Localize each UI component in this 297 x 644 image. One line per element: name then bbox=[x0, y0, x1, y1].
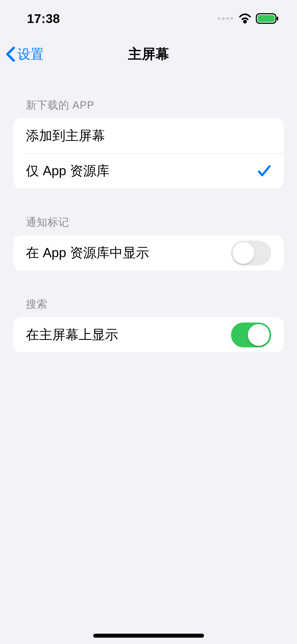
svg-rect-2 bbox=[277, 17, 278, 20]
home-indicator[interactable] bbox=[93, 634, 204, 638]
toggle-knob bbox=[233, 242, 254, 264]
row-label: 在主屏幕上显示 bbox=[26, 326, 118, 344]
group-search: 在主屏幕上显示 bbox=[13, 317, 284, 352]
chevron-left-icon bbox=[5, 46, 15, 62]
back-button[interactable]: 设置 bbox=[5, 45, 44, 63]
toggle-knob bbox=[248, 324, 270, 346]
group-new-apps: 添加到主屏幕 仅 App 资源库 bbox=[13, 118, 284, 188]
wifi-icon bbox=[238, 13, 252, 24]
option-add-to-home[interactable]: 添加到主屏幕 bbox=[13, 118, 284, 153]
status-bar: 17:38 bbox=[0, 0, 297, 37]
section-header-new-apps: 新下载的 APP bbox=[13, 98, 284, 118]
section-header-search: 搜索 bbox=[13, 297, 284, 317]
page-title: 主屏幕 bbox=[128, 45, 169, 63]
toggle-show-on-home[interactable] bbox=[231, 323, 271, 347]
svg-rect-1 bbox=[258, 15, 275, 22]
option-app-library-only[interactable]: 仅 App 资源库 bbox=[13, 153, 284, 188]
status-indicators bbox=[218, 13, 279, 24]
content: 新下载的 APP 添加到主屏幕 仅 App 资源库 通知标记 在 App 资源库… bbox=[0, 98, 297, 352]
row-show-on-home: 在主屏幕上显示 bbox=[13, 317, 284, 352]
section-header-badges: 通知标记 bbox=[13, 215, 284, 235]
row-label: 在 App 资源库中显示 bbox=[26, 244, 149, 262]
section-search: 搜索 在主屏幕上显示 bbox=[13, 297, 284, 352]
battery-icon bbox=[256, 13, 279, 24]
checkmark-icon bbox=[257, 165, 271, 177]
toggle-show-in-library[interactable] bbox=[231, 241, 271, 265]
back-label: 设置 bbox=[17, 45, 44, 63]
section-badges: 通知标记 在 App 资源库中显示 bbox=[13, 215, 284, 270]
section-new-apps: 新下载的 APP 添加到主屏幕 仅 App 资源库 bbox=[13, 98, 284, 188]
group-badges: 在 App 资源库中显示 bbox=[13, 235, 284, 270]
option-label: 添加到主屏幕 bbox=[26, 127, 105, 145]
nav-bar: 设置 主屏幕 bbox=[0, 37, 297, 71]
option-label: 仅 App 资源库 bbox=[26, 162, 110, 180]
cellular-icon bbox=[218, 17, 233, 20]
status-time: 17:38 bbox=[27, 11, 60, 26]
row-show-in-library: 在 App 资源库中显示 bbox=[13, 235, 284, 270]
